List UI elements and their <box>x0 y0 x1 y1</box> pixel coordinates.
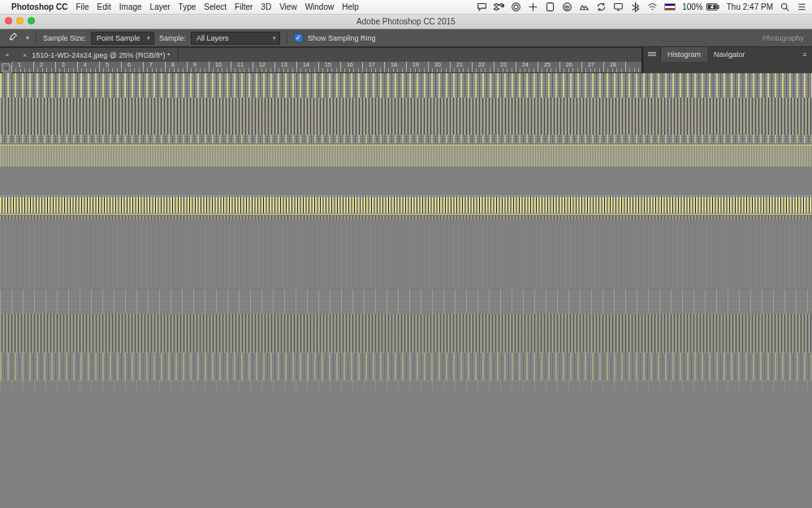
app-menu[interactable]: Photoshop CC <box>11 2 67 11</box>
sample-size-value: Point Sample <box>97 34 140 42</box>
ruler-tick-label: 17 <box>369 62 375 67</box>
options-bar: ▾ Sample Size: Point Sample ▾ Sample: Al… <box>0 29 812 47</box>
ruler-tick-label: 11 <box>237 62 244 67</box>
glitch-band <box>0 289 812 314</box>
bluetooth-icon[interactable] <box>630 2 641 12</box>
svg-rect-7 <box>717 5 719 7</box>
document-tab-title: 1510-1-WD-24x24.jpeg @ 25% (RGB/8*) * <box>32 51 170 59</box>
minimize-window-button[interactable] <box>16 17 24 24</box>
glitch-band <box>0 314 812 353</box>
glitch-band <box>0 353 812 380</box>
menu-type[interactable]: Type <box>179 2 197 11</box>
ruler-tick-label: 22 <box>478 62 485 67</box>
spotlight-icon[interactable] <box>780 2 790 12</box>
clock[interactable]: Thu 2:47 PM <box>727 2 773 11</box>
svg-line-10 <box>786 8 788 11</box>
ruler-tick-label: 13 <box>281 62 287 67</box>
ruler-tick-label: 27 <box>588 62 594 67</box>
show-sampling-ring-label: Show Sampling Ring <box>308 34 376 42</box>
menu-image[interactable]: Image <box>119 2 142 11</box>
plus-icon[interactable] <box>528 2 538 12</box>
ruler-tick-label: 5 <box>106 62 109 67</box>
menu-help[interactable]: Help <box>342 2 359 11</box>
document-tab-row: « × 1510-1-WD-24x24.jpeg @ 25% (RGB/8*) … <box>0 47 641 62</box>
ruler-tick-label: 24 <box>522 62 529 67</box>
dropbox-icon[interactable] <box>494 2 504 12</box>
panel-tab-navigator[interactable]: Navigator <box>707 47 752 62</box>
separator <box>287 33 287 44</box>
ruler-tick-label: 26 <box>566 62 572 67</box>
glitch-band <box>0 215 812 220</box>
glitch-band <box>0 197 812 213</box>
window-titlebar: Adobe Photoshop CC 2015 <box>0 15 812 29</box>
window-title: Adobe Photoshop CC 2015 <box>356 17 456 26</box>
sample-size-dropdown[interactable]: Point Sample ▾ <box>91 32 154 45</box>
evernote-icon[interactable] <box>545 2 555 12</box>
alt-app-icon[interactable] <box>579 2 590 12</box>
display-icon[interactable] <box>613 2 624 12</box>
ruler-tick-label: 4 <box>84 62 87 67</box>
ruler-tick-label: 12 <box>259 62 266 67</box>
zoom-window-button[interactable] <box>28 17 35 24</box>
ruler-tick-label: 23 <box>500 62 507 67</box>
ruler-tick-label: 20 <box>434 62 441 67</box>
notification-center-icon[interactable] <box>797 2 807 12</box>
document-canvas[interactable] <box>0 73 812 508</box>
spotify-icon[interactable] <box>562 2 572 12</box>
chevron-down-icon: ▾ <box>147 35 150 41</box>
svg-point-1 <box>514 5 518 9</box>
ruler-tick-label: 2 <box>40 62 43 67</box>
sample-dropdown[interactable]: All Layers ▾ <box>191 32 280 45</box>
ruler-tick-label: 19 <box>412 62 419 67</box>
glitch-band <box>0 224 812 289</box>
menu-window[interactable]: Window <box>305 2 335 11</box>
svg-rect-4 <box>615 3 623 9</box>
battery-percent-label: 100% <box>682 2 703 11</box>
chat-icon[interactable] <box>477 2 487 12</box>
svg-rect-2 <box>547 3 554 11</box>
close-tab-icon[interactable]: × <box>23 51 27 59</box>
ruler-origin-corner[interactable] <box>0 62 11 73</box>
chevron-down-icon: ▾ <box>273 35 276 41</box>
panel-tab-histogram[interactable]: Histogram <box>661 47 707 62</box>
svg-point-0 <box>512 3 520 11</box>
menu-3d[interactable]: 3D <box>261 2 271 11</box>
ruler-tick-label: 10 <box>215 62 222 67</box>
ruler-tick-label: 25 <box>544 62 551 67</box>
ruler-tick-label: 15 <box>325 62 331 67</box>
glitch-line <box>0 195 812 196</box>
glitch-band <box>0 380 812 390</box>
sync-icon[interactable] <box>596 2 607 12</box>
workspace-switcher[interactable]: Photography <box>762 34 807 42</box>
ruler-tick-label: 7 <box>149 62 153 67</box>
menu-layer[interactable]: Layer <box>150 2 171 11</box>
battery-status[interactable]: 100% <box>682 2 720 11</box>
input-source-flag-icon[interactable] <box>664 3 676 11</box>
panel-menu-icon[interactable]: ≡ <box>797 50 812 59</box>
collapse-panels-double-chevron-icon[interactable]: « <box>0 51 15 59</box>
tool-preset-caret-icon[interactable]: ▾ <box>26 34 29 41</box>
panel-collapsed-icon-group[interactable] <box>643 47 661 62</box>
eyedropper-tool-icon[interactable] <box>5 31 19 46</box>
menu-filter[interactable]: Filter <box>235 2 253 11</box>
sample-size-label: Sample Size: <box>43 34 86 42</box>
ruler-tick-label: 18 <box>391 62 397 67</box>
menu-file[interactable]: File <box>76 2 89 11</box>
traffic-lights <box>5 17 35 24</box>
horizontal-ruler[interactable]: 1234567891011121314151617181920212223242… <box>11 62 641 73</box>
close-window-button[interactable] <box>5 17 12 24</box>
menu-view[interactable]: View <box>279 2 297 11</box>
sample-value: All Layers <box>197 34 229 42</box>
panels-dock-header: Histogram Navigator ≡ <box>641 47 812 62</box>
panel-tabs: Histogram Navigator <box>661 47 797 62</box>
menu-edit[interactable]: Edit <box>97 2 111 11</box>
ruler-tick-label: 16 <box>347 62 353 67</box>
cc-icon[interactable] <box>511 2 521 12</box>
show-sampling-ring-checkbox[interactable]: ✓ <box>294 33 303 42</box>
menubar-status-area: 100% Thu 2:47 PM <box>477 2 807 12</box>
wifi-icon[interactable] <box>647 2 658 12</box>
menu-select[interactable]: Select <box>204 2 227 11</box>
sample-label: Sample: <box>159 34 186 42</box>
document-tab[interactable]: × 1510-1-WD-24x24.jpeg @ 25% (RGB/8*) * <box>15 48 179 62</box>
ruler-tick-label: 9 <box>193 62 197 67</box>
